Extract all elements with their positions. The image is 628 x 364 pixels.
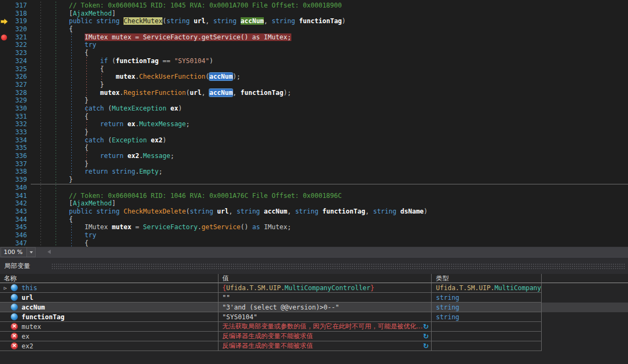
local-value-cell[interactable]: 反编译器生成的变量不能被求值↻: [219, 341, 432, 351]
glyph-margin[interactable]: [0, 184, 11, 192]
code-line-321[interactable]: 321 IMutex mutex = ServiceFactory.getSer…: [0, 33, 628, 42]
breakpoint-margin[interactable]: [0, 33, 11, 42]
code-line-331[interactable]: 331 {: [0, 113, 628, 121]
locals-row-ex2[interactable]: ex2反编译器生成的变量不能被求值↻: [0, 341, 628, 351]
glyph-margin[interactable]: [0, 192, 11, 200]
zoom-level-value[interactable]: 100 %: [1, 249, 26, 256]
locals-row-functionTag[interactable]: functionTag"SYS0104"string: [0, 312, 628, 322]
glyph-margin[interactable]: [0, 73, 11, 81]
glyph-margin[interactable]: [0, 208, 11, 216]
glyph-margin[interactable]: [0, 239, 11, 246]
zoom-level-combobox[interactable]: 100 %: [1, 247, 36, 257]
code-editor[interactable]: 317 // Token: 0x06000415 RID: 1045 RVA: …: [0, 0, 628, 246]
code-line-346[interactable]: 346 try: [0, 231, 628, 239]
glyph-margin[interactable]: [0, 160, 11, 168]
refresh-icon[interactable]: ↻: [423, 322, 429, 331]
glyph-margin[interactable]: [0, 2, 11, 10]
glyph-margin[interactable]: [0, 57, 11, 65]
locals-row-accNum[interactable]: accNum"3'and (select @@version)>0--"stri…: [0, 303, 628, 312]
local-name-cell[interactable]: ex2: [0, 341, 219, 351]
local-type-cell[interactable]: [432, 322, 542, 332]
glyph-margin[interactable]: [0, 10, 11, 18]
refresh-icon[interactable]: ↻: [423, 342, 429, 350]
code-line-345[interactable]: 345 IMutex mutex = ServiceFactory.getSer…: [0, 223, 628, 231]
local-type-cell[interactable]: Ufida.T.SM.UIP.MultiCompanyC...: [432, 283, 542, 293]
code-line-339[interactable]: 339 }: [0, 176, 628, 184]
glyph-margin[interactable]: [0, 223, 11, 231]
code-line-333[interactable]: 333 }: [0, 128, 628, 136]
glyph-margin[interactable]: [0, 81, 11, 89]
glyph-margin[interactable]: [0, 144, 11, 152]
glyph-margin[interactable]: [0, 176, 11, 184]
glyph-margin[interactable]: [0, 152, 11, 160]
code-line-344[interactable]: 344 {: [0, 216, 628, 224]
code-line-320[interactable]: 320 {: [0, 25, 628, 33]
local-value-cell[interactable]: "": [219, 293, 432, 303]
locals-row-mutex[interactable]: mutex无法获取局部变量或参数的值，因为它在此时不可用，可能是被优化...↻: [0, 322, 628, 332]
local-value-cell[interactable]: "3'and (select @@version)>0--": [219, 303, 432, 312]
expand-arrow-icon[interactable]: ▷: [4, 283, 11, 293]
glyph-margin[interactable]: [0, 136, 11, 145]
code-line-319[interactable]: 319 public string CheckMutex(string url,…: [0, 17, 628, 25]
glyph-margin[interactable]: [0, 120, 11, 128]
code-line-330[interactable]: 330 catch (MutexException ex): [0, 105, 628, 113]
code-line-334[interactable]: 334 catch (Exception ex2): [0, 136, 628, 145]
code-line-329[interactable]: 329 }: [0, 97, 628, 105]
code-line-325[interactable]: 325 {: [0, 65, 628, 73]
current-statement-margin[interactable]: [0, 17, 11, 25]
local-name-cell[interactable]: url: [0, 293, 219, 303]
glyph-margin[interactable]: [0, 89, 11, 97]
code-line-328[interactable]: 328 mutex.RegisterFunction(url, accNum, …: [0, 89, 628, 97]
horizontal-scrollbar[interactable]: [36, 247, 628, 257]
code-line-338[interactable]: 338 return string.Empty;: [0, 168, 628, 176]
glyph-margin[interactable]: [0, 231, 11, 239]
code-line-317[interactable]: 317 // Token: 0x06000415 RID: 1045 RVA: …: [0, 2, 628, 10]
locals-row-url[interactable]: url""string: [0, 293, 628, 303]
local-value-cell[interactable]: "SYS0104": [219, 312, 432, 322]
glyph-margin[interactable]: [0, 97, 11, 105]
local-name-cell[interactable]: accNum: [0, 303, 219, 312]
code-line-347[interactable]: 347 {: [0, 239, 628, 246]
code-line-323[interactable]: 323 {: [0, 49, 628, 57]
glyph-margin[interactable]: [0, 49, 11, 57]
code-line-327[interactable]: 327 }: [0, 81, 628, 89]
glyph-margin[interactable]: [0, 216, 11, 224]
locals-row-this[interactable]: ▷this{Ufida.T.SM.UIP.MultiCompanyControl…: [0, 283, 628, 293]
local-type-cell[interactable]: string: [432, 293, 542, 303]
column-header-type[interactable]: 类型: [432, 274, 542, 283]
code-line-336[interactable]: 336 return ex2.Message;: [0, 152, 628, 160]
local-value-cell[interactable]: 无法获取局部变量或参数的值，因为它在此时不可用，可能是被优化...↻: [219, 322, 432, 332]
glyph-margin[interactable]: [0, 105, 11, 113]
glyph-margin[interactable]: [0, 65, 11, 73]
locals-panel-titlebar[interactable]: 局部变量: [0, 258, 628, 274]
code-line-340[interactable]: 340: [0, 184, 628, 192]
glyph-margin[interactable]: [0, 41, 11, 49]
chevron-down-icon[interactable]: [26, 248, 35, 257]
locals-row-ex[interactable]: ex反编译器生成的变量不能被求值↻: [0, 332, 628, 341]
local-type-cell[interactable]: string: [432, 303, 542, 312]
local-type-cell[interactable]: string: [432, 312, 542, 322]
column-header-value[interactable]: 值: [219, 274, 432, 283]
code-line-337[interactable]: 337 }: [0, 160, 628, 168]
code-line-326[interactable]: 326 mutex.CheckUserFunction(accNum);: [0, 73, 628, 81]
code-line-343[interactable]: 343 public string CheckMutexDelete(strin…: [0, 208, 628, 216]
code-line-332[interactable]: 332 return ex.MutexMessage;: [0, 120, 628, 128]
local-type-cell[interactable]: [432, 341, 542, 351]
code-line-341[interactable]: 341 // Token: 0x06000416 RID: 1046 RVA: …: [0, 192, 628, 200]
local-type-cell[interactable]: [432, 332, 542, 341]
breakpoint-icon[interactable]: [1, 35, 7, 40]
local-name-cell[interactable]: mutex: [0, 322, 219, 332]
glyph-margin[interactable]: [0, 200, 11, 208]
glyph-margin[interactable]: [0, 168, 11, 176]
column-header-name[interactable]: 名称: [0, 274, 219, 283]
glyph-margin[interactable]: [0, 128, 11, 136]
glyph-margin[interactable]: [0, 113, 11, 121]
scroll-left-arrow-icon[interactable]: [47, 250, 51, 254]
code-line-342[interactable]: 342 [AjaxMethod]: [0, 200, 628, 208]
code-line-335[interactable]: 335 {: [0, 144, 628, 152]
glyph-margin[interactable]: [0, 25, 11, 33]
local-name-cell[interactable]: ex: [0, 332, 219, 341]
code-line-324[interactable]: 324 if (functionTag == "SYS0104"): [0, 57, 628, 65]
local-value-cell[interactable]: 反编译器生成的变量不能被求值↻: [219, 332, 432, 341]
local-name-cell[interactable]: ▷this: [0, 283, 219, 293]
